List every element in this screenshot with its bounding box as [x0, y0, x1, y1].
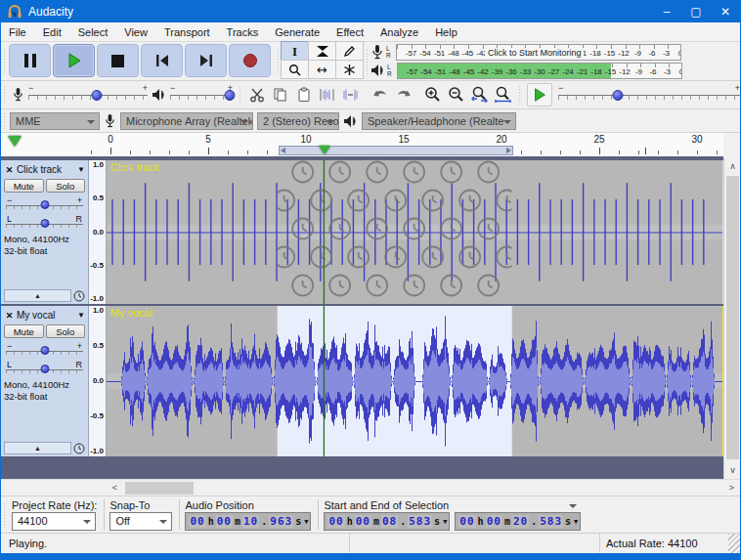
track2-pan-slider[interactable]: LR [6, 361, 83, 375]
recording-device-dropdown[interactable]: Microphone Array (Realtek [120, 112, 253, 130]
menu-generate[interactable]: Generate [275, 26, 320, 38]
zoom-to-selection-button[interactable] [468, 84, 491, 106]
playback-volume-thumb[interactable] [224, 90, 235, 101]
time-unit-label[interactable]: . [530, 516, 538, 527]
playback-meter[interactable]: -57-54-51-48-45-42-39-36-33-30-27-24-21-… [397, 63, 682, 79]
track2-gain-thumb[interactable] [40, 346, 49, 355]
track2-collapse-button[interactable]: ▲ [4, 442, 71, 454]
close-button[interactable]: ✕ [711, 1, 740, 22]
menu-edit[interactable]: Edit [43, 26, 62, 38]
time-unit-label[interactable]: h [207, 516, 215, 527]
time-unit-label[interactable]: s [294, 516, 302, 527]
track2-menu-dropdown[interactable]: ▼ [77, 311, 85, 320]
selection-mode-dropdown[interactable]: Start and End of Selection [324, 498, 581, 512]
horizontal-scroll-thumb[interactable] [125, 482, 194, 495]
track2-mute-button[interactable]: Mute [4, 324, 44, 338]
selection-tool-button[interactable]: I [281, 41, 309, 61]
track1-mute-button[interactable]: Mute [4, 179, 44, 193]
time-digit-group[interactable]: 583 [539, 515, 563, 528]
draw-tool-button[interactable] [335, 41, 364, 61]
track2-waveform-canvas[interactable] [107, 306, 722, 456]
track1-name[interactable]: Click track [17, 164, 75, 175]
stop-button[interactable] [97, 44, 139, 77]
time-digit-group[interactable]: 10 [242, 515, 259, 528]
menu-help[interactable]: Help [435, 26, 458, 38]
time-format-dropdown-arrow[interactable]: ▼ [443, 518, 447, 526]
play-at-speed-toolbar-grip[interactable] [516, 81, 523, 109]
copy-button[interactable] [269, 84, 291, 106]
mixer-toolbar-grip[interactable] [1, 81, 8, 109]
zoom-out-button[interactable] [445, 84, 467, 106]
time-digit-group[interactable]: 583 [408, 515, 432, 528]
skip-to-start-button[interactable] [141, 44, 183, 77]
time-unit-label[interactable]: s [564, 516, 572, 527]
track2-close-button[interactable]: ✕ [4, 311, 15, 321]
audio-host-dropdown[interactable]: MME [10, 112, 100, 130]
envelope-tool-button[interactable] [308, 41, 336, 61]
play-button[interactable] [53, 44, 95, 77]
horizontal-scrollbar[interactable]: < > [1, 479, 740, 495]
track1-vertical-ruler[interactable]: 1.00.50.0-0.5-1.0 [89, 160, 107, 304]
play-at-speed-button[interactable] [527, 83, 552, 107]
trim-audio-button[interactable] [316, 84, 338, 106]
vertical-scroll-thumb[interactable] [726, 176, 739, 459]
scroll-left-arrow[interactable]: < [107, 480, 123, 495]
redo-button[interactable] [392, 84, 414, 106]
menu-tracks[interactable]: Tracks [227, 26, 259, 38]
track1-gain-thumb[interactable] [40, 200, 49, 209]
zoom-tool-button[interactable] [281, 60, 309, 79]
selection-toolbar-grip[interactable] [1, 496, 8, 533]
selection-start-display[interactable]: 00h00m08.583s▼ [324, 512, 450, 531]
play-speed-slider[interactable]: −+ [558, 87, 740, 103]
time-digit-group[interactable]: 00 [189, 515, 205, 528]
time-digit-group[interactable]: 00 [486, 515, 502, 528]
device-toolbar-grip[interactable] [1, 109, 8, 132]
track1-menu-dropdown[interactable]: ▼ [77, 165, 85, 174]
project-rate-dropdown[interactable]: 44100 [12, 512, 96, 531]
track1-collapse-button[interactable]: ▲ [4, 289, 71, 302]
multi-tool-button[interactable] [335, 60, 364, 79]
snap-to-dropdown[interactable]: Off [109, 512, 172, 531]
recording-volume-thumb[interactable] [91, 90, 102, 101]
time-digit-group[interactable]: 00 [216, 515, 233, 528]
track2-solo-button[interactable]: Solo [46, 324, 86, 338]
transport-toolbar-grip[interactable] [1, 42, 8, 80]
recording-channels-dropdown[interactable]: 2 (Stereo) Recor [257, 112, 339, 130]
track1-gain-slider[interactable]: −+ [6, 196, 83, 211]
skip-to-end-button[interactable] [185, 44, 227, 77]
silence-audio-button[interactable] [339, 84, 362, 106]
selection-end-display[interactable]: 00h00m20.583s▼ [455, 512, 581, 531]
time-digit-group[interactable]: 00 [458, 515, 475, 528]
time-unit-label[interactable]: m [503, 516, 511, 527]
time-digit-group[interactable]: 00 [355, 515, 371, 528]
vertical-scrollbar[interactable]: ∧ ∨ [723, 158, 740, 479]
playhead-marker[interactable] [319, 146, 330, 154]
track2-gain-slider[interactable]: −+ [6, 342, 83, 357]
timeline-ruler[interactable]: 051015202530 [1, 133, 723, 158]
track1-solo-button[interactable]: Solo [46, 179, 86, 193]
paste-button[interactable] [292, 84, 315, 106]
recording-meter[interactable]: Click to Start Monitoring -57-54-51-48-4… [396, 44, 681, 61]
time-unit-label[interactable]: h [346, 516, 354, 527]
title-bar[interactable]: Audacity – ▢ ✕ [1, 1, 740, 22]
playback-device-dropdown[interactable]: Speaker/Headphone (Realte [362, 112, 516, 130]
minimize-button[interactable]: – [652, 1, 681, 22]
track1-close-button[interactable]: ✕ [4, 165, 15, 175]
pinned-playhead-toggle[interactable] [8, 136, 22, 147]
time-shift-tool-button[interactable]: ↔ [308, 60, 336, 79]
play-speed-thumb[interactable] [613, 90, 624, 101]
track2-name[interactable]: My vocal [17, 310, 75, 321]
maximize-button[interactable]: ▢ [681, 1, 711, 22]
time-format-dropdown-arrow[interactable]: ▼ [574, 518, 578, 526]
undo-button[interactable] [369, 84, 391, 106]
time-unit-label[interactable]: s [433, 516, 441, 527]
cut-button[interactable] [245, 84, 268, 106]
audio-position-display[interactable]: 00h00m10.963s▼ [185, 512, 311, 531]
menu-analyze[interactable]: Analyze [380, 26, 418, 38]
edit-toolbar-grip[interactable] [237, 81, 243, 109]
meter-toolbar-grip[interactable] [364, 42, 370, 80]
scroll-right-arrow[interactable]: > [723, 480, 740, 495]
time-digit-group[interactable]: 20 [512, 515, 529, 528]
monitor-label[interactable]: Click to Start Monitoring [485, 48, 585, 58]
zoom-to-fit-button[interactable] [492, 84, 514, 106]
